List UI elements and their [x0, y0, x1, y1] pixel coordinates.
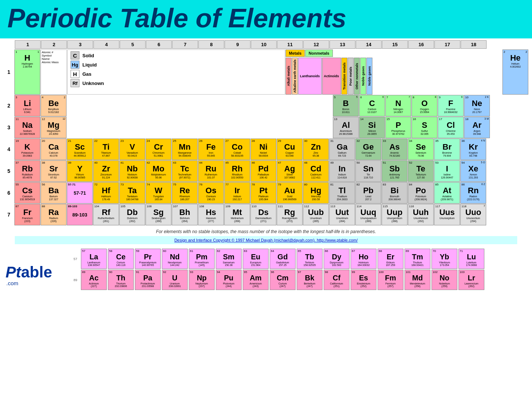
- element-Y[interactable]: 39 Y Yttrium 88.90585: [67, 160, 93, 182]
- element-Zn[interactable]: 30 Zn Zinc 65.38: [303, 139, 329, 160]
- element-Ar[interactable]: 18 3 M Ar Argon 39.948: [464, 117, 490, 138]
- element-Sc[interactable]: 21 Sc Scandium 44.955912: [67, 139, 93, 160]
- element-Pr[interactable]: 59 Pr Praseodymium 140.90765: [135, 249, 161, 269]
- element-Ds[interactable]: 110 Ds Darmstadtium (271): [250, 204, 276, 225]
- element-Br[interactable]: 35 Br Bromine 79.904: [434, 139, 460, 160]
- element-Tm[interactable]: 69 Tm Thulium 168.93421: [405, 249, 430, 269]
- element-No[interactable]: 102 No Nobelium (259): [432, 270, 457, 290]
- element-Hg[interactable]: 80 Hg Mercury 200.59: [303, 182, 329, 204]
- element-Lr[interactable]: 103 Lr Lawrencium (262): [458, 270, 484, 290]
- element-Li[interactable]: 3 Li Lithium 6.941: [14, 95, 40, 116]
- element-Hf[interactable]: 72 Hf Hafnium 178.49: [93, 182, 119, 204]
- copyright-text[interactable]: Design and Interface Copyright © 1997 Mi…: [15, 236, 517, 244]
- element-Es[interactable]: 99 Es Einsteinium (252): [351, 270, 376, 290]
- element-Si[interactable]: 14 Si Silicon 28.0855: [359, 117, 385, 138]
- element-Cd[interactable]: 48 Cd Cadmium 112.411: [303, 160, 329, 182]
- element-V[interactable]: 23 V Vanadium 50.9415: [119, 139, 145, 160]
- element-Ho[interactable]: 67 Ho Holmium 164.93032: [351, 249, 376, 269]
- element-Bk[interactable]: 97 Bk Berkelium (247): [297, 270, 323, 290]
- element-Ca[interactable]: 20 Ca Calcium 40.078: [41, 139, 66, 160]
- element-Cs[interactable]: 55 Cs Caesium 132.9054519: [14, 182, 40, 204]
- element-At[interactable]: 85 At Astatine (209.9871): [434, 182, 460, 204]
- element-Cl[interactable]: 17 Cl Chlorine 35.453: [438, 117, 464, 138]
- element-Eu[interactable]: 63 Eu Europium 151.964: [243, 249, 269, 269]
- element-Sr[interactable]: 38 Sr Strontium 87.62: [41, 160, 66, 182]
- element-Ne[interactable]: 10 2 K Ne Neon 20.1797: [464, 95, 490, 116]
- element-Fm[interactable]: 100 Fm Fermium (257): [378, 270, 403, 290]
- element-Se[interactable]: 34 Se Selenium 78.96: [408, 139, 434, 160]
- element-Mg[interactable]: 12 12 Mg Magnesium 24.3050: [41, 117, 66, 138]
- element-Ni[interactable]: 28 Ni Nickel 58.6934: [250, 139, 276, 160]
- element-Ru[interactable]: 44 Ru Ruthenium 101.07: [198, 160, 224, 182]
- element-Ra[interactable]: 88 Ra Radium (226): [41, 204, 66, 225]
- element-Cf[interactable]: 98 Cf Californium (251): [324, 270, 349, 290]
- element-Md[interactable]: 101 Md Mendelevium (258): [405, 270, 430, 290]
- element-Pm[interactable]: 61 Pm Promethium (145): [189, 249, 215, 269]
- element-Sg[interactable]: 106 Sg Seaborgium (266): [146, 204, 171, 225]
- element-Sb[interactable]: 51 Sb Antimony 121.760: [382, 160, 407, 182]
- element-Ir[interactable]: 77 Ir Iridium 192.217: [224, 182, 250, 204]
- element-Hs[interactable]: 108 Hs Hassium (277): [198, 204, 224, 225]
- element-Fe[interactable]: 26 Fe Iron 55.845: [198, 139, 224, 160]
- element-Np[interactable]: 93 Np Neptunium (237): [189, 270, 215, 290]
- element-K[interactable]: 19 K Potassium 39.0983: [14, 139, 40, 160]
- element-U[interactable]: 92 U Uranium 238.02891: [162, 270, 188, 290]
- element-Ti[interactable]: 22 Ti Titanium 47.867: [93, 139, 119, 160]
- element-Uut[interactable]: 113 Uut Ununtrium (284): [329, 204, 355, 225]
- element-Mn[interactable]: 25 Mn Manganese 54.938045: [172, 139, 198, 160]
- element-Tc[interactable]: 43 Tc Technetium (97.9072): [172, 160, 198, 182]
- element-In[interactable]: 49 In Indium 114.818: [329, 160, 355, 182]
- element-C[interactable]: 6 6 C Carbon 12.0107: [359, 95, 385, 116]
- element-Mo[interactable]: 42 Mo Molybdenum 95.96: [146, 160, 171, 182]
- element-Fr[interactable]: 87 Fr Francium (223): [14, 204, 40, 225]
- element-Uus[interactable]: 117 Uus Ununseptium: [434, 204, 460, 225]
- element-Rb[interactable]: 37 Rb Rubidium 85.4678: [14, 160, 40, 182]
- element-Be[interactable]: 4 2 Be Beryllium 9.012182: [41, 95, 66, 116]
- element-As[interactable]: 33 As Arsenic 74.92160: [382, 139, 407, 160]
- element-Pu[interactable]: 94 Pu Plutonium (244): [216, 270, 242, 290]
- element-Mt[interactable]: 109 Mt Meitnerium (268): [224, 204, 250, 225]
- element-Xe[interactable]: 54 5 O Xe Xenon 131.293: [460, 160, 486, 182]
- element-Tb[interactable]: 65 Tb Terbium 158.92535: [297, 249, 323, 269]
- element-Uuo[interactable]: 118 7 Uuo Ununoctium (294): [460, 204, 486, 225]
- element-I[interactable]: 53 I Iodine 126.90447: [434, 160, 460, 182]
- element-Ac[interactable]: 89 Ac Actinium (227): [81, 270, 107, 290]
- element-Rf[interactable]: 104 Rf Rutherfordium (261): [93, 204, 119, 225]
- element-Ga[interactable]: 31 Ga Gallium 69.723: [329, 139, 355, 160]
- element-Db[interactable]: 105 Db Dubnium (262): [119, 204, 145, 225]
- element-Zr[interactable]: 40 Zr Zirconium 91.224: [93, 160, 119, 182]
- element-Uuq[interactable]: 114 Uuq Ununquadium (289): [355, 204, 381, 225]
- element-La[interactable]: 57 La Lanthanum 138.90547: [81, 249, 107, 269]
- element-Kr[interactable]: 36 4 N Kr Krypton 83.798: [460, 139, 486, 160]
- element-H[interactable]: 1 1 H Hydrogen 1.00794: [14, 50, 40, 95]
- element-Pb[interactable]: 82 Pb Lead 207.2: [355, 182, 381, 204]
- element-Pt[interactable]: 78 Pt Platinum 195.084: [250, 182, 276, 204]
- element-Bi[interactable]: 83 Bi Bismuth 208.98040: [382, 182, 407, 204]
- element-Rh[interactable]: 45 Rh Rhodium 102.90550: [224, 160, 250, 182]
- element-Cr[interactable]: 24 Cr Chromium 51.9961: [146, 139, 171, 160]
- element-Po[interactable]: 84 Po Polonium (208.9824): [408, 182, 434, 204]
- element-P[interactable]: 15 P Phosphorus 30.973762: [385, 117, 411, 138]
- element-He[interactable]: 2 2 He Helium 4.002602: [502, 50, 528, 95]
- element-Cu[interactable]: 29 Cu Copper 63.546: [277, 139, 303, 160]
- element-Uub[interactable]: 112 Uub Ununbium (285): [303, 204, 329, 225]
- element-Yb[interactable]: 70 Yb Ytterbium 173.054: [432, 249, 457, 269]
- element-Sn[interactable]: 50 Sn Tin 118.710: [355, 160, 381, 182]
- element-Te[interactable]: 52 Te Tellurium 127.60: [408, 160, 434, 182]
- element-Ta[interactable]: 73 Ta Tantalum 180.94788: [119, 182, 145, 204]
- element-Bh[interactable]: 107 Bh Bohrium (264): [172, 204, 198, 225]
- element-O[interactable]: 8 8 O Oxygen 15.9994: [412, 95, 437, 116]
- element-Uuh[interactable]: 116 Uuh Ununhexium (292): [408, 204, 434, 225]
- element-Rn[interactable]: 86 6 Z Rn Radon (222.0176): [460, 182, 486, 204]
- element-Ag[interactable]: 47 Ag Silver 107.8682: [277, 160, 303, 182]
- element-Al[interactable]: 13 Al Aluminium 26.9815386: [333, 117, 359, 138]
- element-N[interactable]: 7 7 N Nitrogen 14.0067: [385, 95, 411, 116]
- element-Pa[interactable]: 91 Pa Protactinium 231.03588: [135, 270, 161, 290]
- element-Cm[interactable]: 96 Cm Curium (247): [270, 270, 296, 290]
- element-Ce[interactable]: 58 Ce Cerium 140.116: [108, 249, 134, 269]
- element-Nb[interactable]: 41 Nb Niobium 92.90638: [119, 160, 145, 182]
- element-Rg[interactable]: 111 Rg Roentgenium (272): [277, 204, 303, 225]
- element-Na[interactable]: 11 Na Sodium 22.98976928: [14, 117, 40, 138]
- element-W[interactable]: 74 W Tungsten 183.84: [146, 182, 171, 204]
- element-Co[interactable]: 27 Co Cobalt 58.933195: [224, 139, 250, 160]
